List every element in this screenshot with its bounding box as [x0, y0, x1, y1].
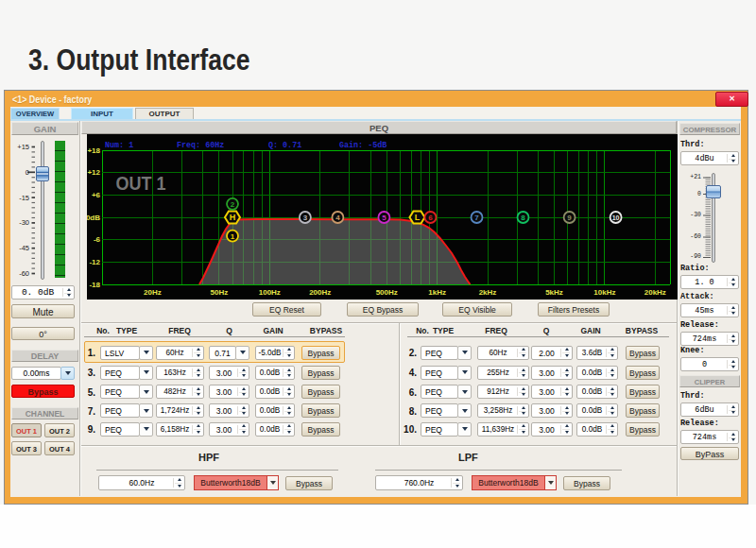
- svg-text:100Hz: 100Hz: [259, 288, 281, 297]
- svg-text:H: H: [230, 213, 236, 222]
- svg-text:5kHz: 5kHz: [545, 288, 563, 297]
- svg-text:-6: -6: [94, 235, 101, 244]
- svg-text:10: 10: [612, 214, 620, 221]
- svg-text:3: 3: [303, 214, 308, 222]
- svg-text:Gain: -5dB: Gain: -5dB: [339, 141, 387, 150]
- svg-text:+12: +12: [87, 168, 100, 177]
- svg-text:0dB: 0dB: [87, 214, 100, 222]
- svg-text:200Hz: 200Hz: [309, 288, 331, 297]
- svg-text:Num: 1: Num: 1: [105, 141, 133, 150]
- svg-text:+6: +6: [92, 191, 101, 199]
- svg-text:7: 7: [474, 214, 479, 222]
- svg-text:8: 8: [521, 214, 525, 222]
- svg-text:2: 2: [231, 200, 235, 209]
- svg-text:6: 6: [428, 214, 433, 222]
- svg-text:20kHz: 20kHz: [644, 288, 666, 297]
- svg-text:50Hz: 50Hz: [211, 288, 229, 297]
- svg-text:5: 5: [382, 214, 387, 222]
- svg-text:9: 9: [567, 214, 572, 222]
- svg-text:4: 4: [335, 214, 340, 222]
- svg-text:Q: 0.71: Q: 0.71: [268, 141, 301, 150]
- svg-text:OUT 1: OUT 1: [116, 172, 166, 194]
- svg-text:-12: -12: [89, 258, 100, 266]
- svg-text:500Hz: 500Hz: [376, 288, 398, 297]
- svg-text:+18: +18: [87, 146, 100, 155]
- svg-text:2kHz: 2kHz: [479, 288, 497, 297]
- svg-text:Freq: 60Hz: Freq: 60Hz: [177, 141, 224, 150]
- svg-text:20Hz: 20Hz: [144, 288, 162, 297]
- svg-text:-18: -18: [89, 281, 100, 289]
- svg-text:1kHz: 1kHz: [428, 288, 446, 297]
- svg-text:L: L: [415, 213, 421, 222]
- svg-text:1: 1: [231, 232, 235, 241]
- svg-text:10kHz: 10kHz: [593, 288, 615, 297]
